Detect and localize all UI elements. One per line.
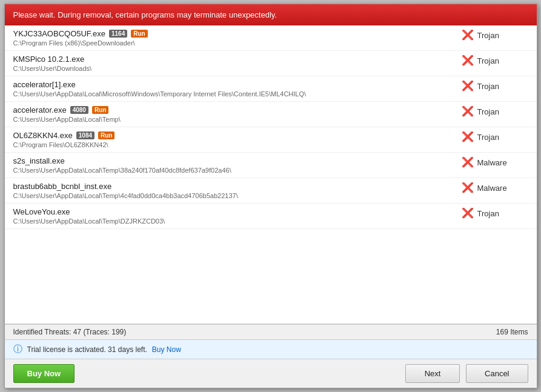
threat-path: C:\Program Files (x86)\SpeeDownloader\ — [13, 39, 462, 47]
header-bar: Please wait. During removal, certain pro… — [5, 4, 537, 25]
threat-path: C:\Users\User\AppData\Local\Temp\ — [13, 116, 462, 123]
threat-right: ❌Trojan — [462, 29, 528, 40]
threat-right: ❌Trojan — [462, 207, 528, 218]
threat-left: accelerator.exe4080RunC:\Users\User\AppD… — [13, 105, 462, 123]
threat-danger-icon: ❌ — [462, 208, 474, 218]
header-warning-text: Please wait. During removal, certain pro… — [13, 10, 277, 19]
threat-type-label: Malware — [477, 184, 507, 193]
threat-path: C:\Users\User\Downloads\ — [13, 65, 462, 72]
threat-path: C:\Users\User\AppData\Local\Temp\DZJRKZC… — [13, 218, 462, 225]
footer-actions: Next Cancel — [405, 364, 528, 383]
threat-type-label: Trojan — [477, 31, 499, 40]
license-text: Trial license is activated. 31 days left… — [27, 345, 147, 354]
threat-name-row: WeLoveYou.exe — [13, 207, 462, 216]
threat-right: ❌Trojan — [462, 131, 528, 142]
threat-name-row: brastub6abb_bcnbl_inst.exe — [13, 182, 462, 191]
pid-badge: 1164 — [109, 30, 127, 38]
buy-now-button[interactable]: Buy Now — [13, 364, 75, 383]
threat-right: ❌Trojan — [462, 55, 528, 65]
run-badge: Run — [92, 106, 108, 114]
threat-path: C:\Program Files\OL6Z8KKN42\ — [13, 141, 462, 148]
threat-item: s2s_install.exeC:\Users\User\AppData\Loc… — [5, 153, 537, 178]
pid-badge: 4080 — [70, 106, 88, 114]
threat-right: ❌Trojan — [462, 105, 528, 116]
threat-danger-icon: ❌ — [462, 183, 474, 193]
threat-item: accelerator[1].exeC:\Users\User\AppData\… — [5, 76, 537, 102]
threat-name-row: OL6Z8KKN4.exe1084Run — [13, 131, 462, 140]
cancel-button[interactable]: Cancel — [466, 364, 528, 383]
info-icon: ⓘ — [13, 344, 22, 355]
threat-filename: s2s_install.exe — [13, 156, 65, 165]
threat-list-container: YKJC33AOBCQO5UF.exe1164RunC:\Program Fil… — [5, 25, 537, 324]
threat-danger-icon: ❌ — [462, 132, 474, 142]
threat-danger-icon: ❌ — [462, 30, 474, 40]
threat-name-row: accelerator[1].exe — [13, 80, 462, 89]
threat-left: YKJC33AOBCQO5UF.exe1164RunC:\Program Fil… — [13, 29, 462, 47]
pid-badge: 1084 — [76, 131, 95, 139]
threat-filename: accelerator[1].exe — [13, 80, 76, 89]
threat-left: OL6Z8KKN4.exe1084RunC:\Program Files\OL6… — [13, 131, 462, 148]
threat-item: KMSPico 10.2.1.exeC:\Users\User\Download… — [5, 51, 537, 76]
threat-path: C:\Users\User\AppData\Local\Temp\38a240f… — [13, 167, 462, 174]
threat-item: WeLoveYou.exeC:\Users\User\AppData\Local… — [5, 204, 537, 229]
threat-item: YKJC33AOBCQO5UF.exe1164RunC:\Program Fil… — [5, 25, 537, 51]
items-count: 169 Items — [496, 328, 528, 336]
threat-type-label: Trojan — [477, 82, 499, 91]
threat-filename: OL6Z8KKN4.exe — [13, 131, 73, 140]
threat-type-label: Trojan — [477, 107, 499, 116]
threat-type-label: Trojan — [477, 133, 499, 142]
main-dialog: Please wait. During removal, certain pro… — [4, 4, 537, 388]
next-button[interactable]: Next — [405, 364, 460, 383]
threat-right: ❌Trojan — [462, 80, 528, 91]
threat-path: C:\Users\User\AppData\Local\Temp\4c4fad0… — [13, 192, 462, 199]
threat-type-label: Malware — [477, 158, 507, 167]
threat-item: OL6Z8KKN4.exe1084RunC:\Program Files\OL6… — [5, 127, 537, 153]
threat-filename: brastub6abb_bcnbl_inst.exe — [13, 182, 112, 191]
threat-left: accelerator[1].exeC:\Users\User\AppData\… — [13, 80, 462, 98]
threat-right: ❌Malware — [462, 182, 528, 193]
identified-threats-text: Identified Threats: 47 (Traces: 199) — [13, 328, 127, 336]
threat-left: KMSPico 10.2.1.exeC:\Users\User\Download… — [13, 55, 462, 72]
threat-danger-icon: ❌ — [462, 81, 474, 91]
status-bar: Identified Threats: 47 (Traces: 199) 169… — [5, 324, 537, 339]
threat-item: accelerator.exe4080RunC:\Users\User\AppD… — [5, 102, 537, 127]
threat-filename: WeLoveYou.exe — [13, 207, 70, 216]
threat-path: C:\Users\User\AppData\Local\Microsoft\Wi… — [13, 90, 462, 98]
threat-danger-icon: ❌ — [462, 56, 474, 65]
threat-filename: accelerator.exe — [13, 105, 67, 115]
threat-list[interactable]: YKJC33AOBCQO5UF.exe1164RunC:\Program Fil… — [5, 25, 537, 324]
threat-danger-icon: ❌ — [462, 158, 474, 167]
run-badge: Run — [131, 30, 147, 38]
threat-name-row: YKJC33AOBCQO5UF.exe1164Run — [13, 29, 462, 38]
threat-right: ❌Malware — [462, 156, 528, 167]
threat-item: brastub6abb_bcnbl_inst.exeC:\Users\User\… — [5, 178, 537, 204]
license-bar: ⓘ Trial license is activated. 31 days le… — [5, 339, 537, 359]
threat-left: brastub6abb_bcnbl_inst.exeC:\Users\User\… — [13, 182, 462, 199]
threat-filename: KMSPico 10.2.1.exe — [13, 55, 85, 64]
threat-name-row: s2s_install.exe — [13, 156, 462, 165]
threat-type-label: Trojan — [477, 56, 499, 65]
threat-filename: YKJC33AOBCQO5UF.exe — [13, 29, 105, 38]
threat-name-row: accelerator.exe4080Run — [13, 105, 462, 115]
threat-name-row: KMSPico 10.2.1.exe — [13, 55, 462, 64]
threat-left: s2s_install.exeC:\Users\User\AppData\Loc… — [13, 156, 462, 174]
threat-left: WeLoveYou.exeC:\Users\User\AppData\Local… — [13, 207, 462, 225]
threat-danger-icon: ❌ — [462, 107, 474, 116]
license-buy-link[interactable]: Buy Now — [152, 345, 181, 354]
footer-bar: Buy Now Next Cancel — [5, 359, 537, 388]
threat-type-label: Trojan — [477, 209, 499, 218]
run-badge: Run — [98, 131, 115, 139]
